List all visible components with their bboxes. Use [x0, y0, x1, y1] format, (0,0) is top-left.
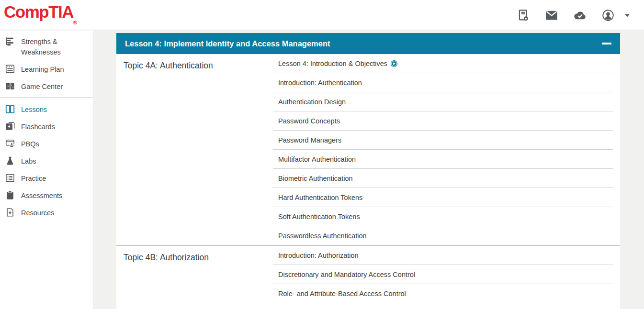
lesson-item[interactable]: Authentication Design — [273, 92, 613, 111]
sidebar-item-label: Strengths & Weaknesses — [21, 36, 75, 57]
sidebar-item-strengths-weaknesses[interactable]: Strengths & Weaknesses — [0, 33, 93, 61]
practice-icon — [5, 173, 15, 183]
learning-plan-icon — [5, 64, 15, 74]
sidebar-item-label: Flashcards — [21, 121, 55, 132]
collapse-button[interactable] — [601, 33, 612, 54]
game-center-icon — [5, 81, 15, 91]
mail-icon[interactable] — [544, 8, 559, 23]
lessons-icon — [5, 104, 15, 114]
lesson-item[interactable]: Discretionary and Mandatory Access Contr… — [273, 265, 613, 284]
topic-items: Introduction: Authorization Discretionar… — [273, 246, 620, 309]
lesson-item[interactable]: Biometric Authentication — [273, 169, 613, 188]
sidebar-item-labs[interactable]: Labs — [0, 153, 93, 170]
lesson-item[interactable]: Lesson 4: Introduction & Objectives — [273, 54, 613, 73]
assessments-icon — [5, 190, 15, 200]
caret-down-icon[interactable] — [623, 11, 632, 20]
resources-icon — [5, 207, 15, 218]
lesson-item-label: Discretionary and Mandatory Access Contr… — [278, 271, 415, 278]
lesson-item-label: Multifactor Authentication — [278, 155, 356, 163]
top-header: CompTIA® — [0, 0, 644, 30]
topic-label: Topic 4B: Authorization — [116, 246, 273, 309]
sidebar-item-pbqs[interactable]: PBQs — [0, 135, 93, 153]
sidebar-item-label: Game Center — [21, 81, 63, 92]
lesson-item-label: Soft Authentication Tokens — [278, 213, 360, 221]
sidebar-divider — [0, 98, 93, 98]
topic-section-4a: Topic 4A: Authentication Lesson 4: Intro… — [116, 54, 620, 245]
lesson-accordion-header[interactable]: Lesson 4: Implement Identity and Access … — [116, 33, 620, 54]
topic-section-4b: Topic 4B: Authorization Introduction: Au… — [116, 245, 620, 309]
sidebar-item-label: Assessments — [21, 190, 62, 201]
lesson-item-label: Password Managers — [278, 136, 341, 144]
lesson-title: Lesson 4: Implement Identity and Access … — [116, 39, 601, 48]
lesson-item-label: Introduction: Authorization — [278, 252, 359, 259]
lesson-item[interactable]: Multifactor Authentication — [273, 150, 613, 169]
flashcards-icon — [5, 121, 15, 132]
lesson-item-label: Lesson 4: Introduction & Objectives — [278, 60, 387, 67]
report-icon[interactable] — [516, 8, 531, 23]
lesson-item-label: Passwordless Authentication — [278, 232, 367, 240]
lesson-item[interactable]: Password Managers — [273, 131, 613, 150]
cloud-check-icon[interactable] — [572, 8, 588, 23]
sidebar-item-practice[interactable]: Practice — [0, 170, 93, 187]
comptia-logo[interactable]: CompTIA® — [4, 2, 77, 25]
sidebar-item-label: Learning Plan — [21, 64, 64, 75]
lesson-item[interactable]: Soft Authentication Tokens — [273, 207, 613, 226]
lesson-item-label: Hard Authentication Tokens — [278, 194, 362, 201]
sidebar-item-game-center[interactable]: Game Center — [0, 78, 93, 95]
sidebar-item-label: Practice — [21, 173, 46, 184]
sidebar-item-label: PBQs — [21, 139, 39, 149]
sidebar-item-assessments[interactable]: Assessments — [0, 187, 93, 204]
lesson-panel: Lesson 4: Implement Identity and Access … — [116, 33, 620, 309]
account-icon[interactable] — [600, 8, 616, 23]
sidebar-item-label: Labs — [21, 156, 36, 166]
lesson-item-label: Biometric Authentication — [278, 175, 353, 182]
lesson-item[interactable]: Password Concepts — [273, 111, 613, 131]
sidebar-item-label: Resources — [21, 208, 54, 218]
labs-icon — [5, 155, 15, 166]
sidebar-item-resources[interactable]: Resources — [0, 204, 93, 221]
lesson-item[interactable]: Role- and Attribute-Based Access Control — [273, 284, 613, 303]
sidebar-item-flashcards[interactable]: Flashcards — [0, 118, 93, 135]
strengths-icon — [5, 36, 15, 46]
topic-items: Lesson 4: Introduction & Objectives Intr… — [273, 54, 620, 245]
pbqs-icon — [5, 138, 15, 149]
lesson-item-label: Introduction: Authentication — [278, 79, 362, 87]
lesson-item-label: Password Concepts — [278, 117, 340, 125]
registered-mark: ® — [73, 20, 77, 25]
lesson-item-label: Authentication Design — [278, 98, 346, 106]
minus-icon — [602, 43, 611, 45]
lesson-item[interactable]: Introduction: Authorization — [273, 246, 613, 265]
play-icon[interactable] — [390, 60, 398, 67]
sidebar-item-label: Lessons — [21, 104, 47, 115]
topic-label: Topic 4A: Authentication — [116, 54, 273, 245]
lesson-item[interactable]: Rule-Based Access Control — [273, 303, 613, 309]
lesson-item-label: Role- and Attribute-Based Access Control — [278, 290, 406, 298]
sidebar: Strengths & Weaknesses Learning Plan Gam… — [0, 31, 93, 309]
lesson-item[interactable]: Hard Authentication Tokens — [273, 188, 613, 207]
sidebar-item-learning-plan[interactable]: Learning Plan — [0, 61, 93, 78]
header-icons — [516, 0, 632, 30]
lesson-item[interactable]: Introduction: Authentication — [273, 73, 613, 92]
lesson-item[interactable]: Passwordless Authentication — [273, 226, 613, 245]
sidebar-item-lessons[interactable]: Lessons — [0, 101, 93, 118]
